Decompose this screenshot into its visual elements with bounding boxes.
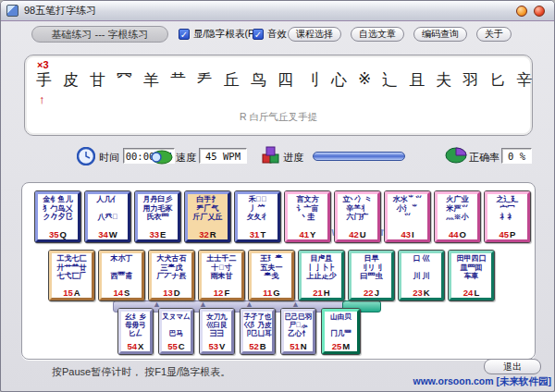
practice-panel: ×3 手皮甘⺳羊龷龵丘鸟四刂心※辶且夫羽匕辛 ↑ R 白斤气丘叉手提 bbox=[24, 55, 533, 136]
key-C: 又ヌマ厶 巴马55C bbox=[158, 308, 194, 355]
practice-char: 夫 bbox=[436, 69, 451, 91]
key-label: 43I bbox=[401, 229, 413, 240]
key-label: 52B bbox=[249, 341, 265, 352]
key-roots: 火广业米严⺍灬※小 bbox=[437, 194, 478, 222]
key-face: 土士千二十𠦂寸雨未甘12F bbox=[201, 253, 242, 299]
key-L: 田甲四囗皿罒囬车車24L bbox=[448, 250, 495, 301]
key-roots: 大犬古石三龶戊厂丆ナ镸 bbox=[151, 253, 192, 281]
key-roots: 口 巛 川 川 bbox=[401, 253, 442, 281]
practice-char: 羊 bbox=[143, 69, 159, 91]
key-face: 口 巛 川 川23K bbox=[401, 253, 442, 299]
progress-bar bbox=[313, 152, 405, 161]
key-label: 24L bbox=[463, 288, 479, 299]
key-face: 大犬古石三龶戊厂丆ナ镸13D bbox=[151, 253, 192, 299]
cursor-arrow-icon: ↑ bbox=[39, 92, 45, 106]
title-bar: 98五笔打字练习 bbox=[1, 1, 554, 21]
key-I: 水氺⺌⺍小氵⺌⺍43I bbox=[384, 190, 431, 243]
checkbox-checked-icon[interactable] bbox=[253, 29, 264, 40]
toolbar-button-1[interactable]: 课程选择 bbox=[288, 27, 341, 42]
key-R: 白手扌龵𠂆气斤厂乂丘32R bbox=[184, 190, 231, 243]
checkbox-checked-icon[interactable] bbox=[179, 29, 190, 40]
key-roots: 木朩丁 西覀甫 bbox=[101, 253, 142, 281]
key-H: 目虍且丨亅卜⺊上止龰少21H bbox=[298, 250, 345, 301]
practice-char: 羽 bbox=[462, 69, 478, 91]
key-N: 已己巳羽尸𡰣⺗乙心忄51N bbox=[280, 308, 316, 355]
toolbar-button-2[interactable]: 自选文章 bbox=[351, 27, 404, 42]
key-W: 人几亻 八癶𣥂34W bbox=[84, 190, 131, 243]
key-label: 44O bbox=[449, 229, 466, 240]
key-roots: 月丹臼彡用力毛豕氏衣⺲ bbox=[137, 194, 179, 222]
key-label: 21H bbox=[313, 288, 329, 299]
practice-char: 甘 bbox=[90, 69, 105, 91]
checkbox-show-roots[interactable]: 显/隐字根表(F1) bbox=[179, 28, 263, 41]
key-roots: 工戈七匚廾艹龷廿七弋匸𠂆 bbox=[51, 253, 92, 281]
key-face: 目虍且丨亅卜⺊上止龰少21H bbox=[301, 253, 342, 299]
progress-label: 进度 bbox=[283, 151, 303, 165]
practice-char: ⺳ bbox=[117, 69, 132, 91]
key-face: 木朩丁 西覀甫14S bbox=[101, 253, 142, 299]
key-face: 金钅鱼儿犭勹鸟㐅ク𠂊夕㔾35Q bbox=[37, 194, 79, 240]
checkbox-sound[interactable]: 音效 bbox=[253, 28, 287, 41]
key-face: 又ヌマ厶 巴马55C bbox=[161, 312, 191, 352]
key-face: 言文方讠亠亩丶圭41Y bbox=[287, 194, 328, 240]
practice-char: 龵 bbox=[197, 69, 213, 91]
time-label: 时间 bbox=[99, 151, 119, 165]
key-roots: 又ヌマ厶 巴马 bbox=[161, 312, 191, 337]
key-roots: 日早刂リ刂曰罒虫 bbox=[351, 253, 392, 281]
key-D: 大犬古石三龶戊厂丆ナ镸13D bbox=[148, 250, 195, 301]
accuracy-value: 0 % bbox=[501, 148, 532, 164]
key-K: 口 巛 川 川23K bbox=[398, 250, 445, 301]
footer-hint: 按Pause暂停计时， 按F1显/隐字根表。 bbox=[52, 365, 230, 379]
toolbar-button-4[interactable]: 关于 bbox=[476, 27, 512, 42]
wubi-keyboard-chart: www.orsoon.com 金钅鱼儿犭勹鸟㐅ク𠂊夕㔾35Q人几亻 八癶𣥂34W… bbox=[21, 182, 536, 360]
mode-label[interactable]: 基础练习 --- 字根练习 bbox=[31, 26, 168, 43]
key-hint: R 白斤气丘叉手提 bbox=[25, 111, 532, 124]
key-A: 工戈七匚廾艹龷廿七弋匸𠂆15A bbox=[48, 250, 95, 301]
key-roots: 田甲四囗皿罒囬车車 bbox=[450, 253, 492, 281]
key-roots: 禾𥝌𠂉丿⺮攵夂彳 bbox=[237, 194, 278, 222]
practice-char: 手 bbox=[36, 69, 52, 91]
key-P: 之辶廴宀冖礻衤45P bbox=[484, 190, 531, 243]
key-face: 水氺⺌⺍小氵⺌⺍43I bbox=[387, 194, 428, 240]
key-label: 13D bbox=[163, 288, 179, 299]
key-S: 木朩丁 西覀甫14S bbox=[98, 250, 145, 301]
practice-char-row: 手皮甘⺳羊龷龵丘鸟四刂心※辶且夫羽匕辛 bbox=[36, 69, 532, 91]
key-roots: 山由贝 冂几⺜ bbox=[324, 312, 358, 337]
key-label: 53V bbox=[209, 341, 226, 352]
key-roots: 子孑了也巜阝乃皮卩㔾凵耳 bbox=[242, 312, 273, 337]
minimize-button[interactable] bbox=[516, 6, 527, 17]
key-face: 田甲四囗皿罒囬车車24L bbox=[450, 253, 492, 299]
key-label: 25M bbox=[332, 341, 351, 352]
key-label: 31T bbox=[250, 229, 265, 240]
key-B: 子孑了也巜阝乃皮卩㔾凵耳52B bbox=[240, 308, 276, 355]
toolbar-button-3[interactable]: 编码查询 bbox=[413, 27, 467, 42]
exit-button[interactable]: 退出 bbox=[484, 359, 541, 374]
practice-char: 心 bbox=[331, 69, 347, 91]
practice-char: 皮 bbox=[63, 69, 79, 91]
key-O: 火广业米严⺍灬※小44O bbox=[434, 190, 481, 243]
key-label: 55C bbox=[167, 341, 184, 352]
key-roots: 目虍且丨亅卜⺊上止龰少 bbox=[301, 253, 342, 281]
key-label: 42U bbox=[349, 229, 365, 240]
key-label: 11G bbox=[263, 288, 279, 299]
practice-char: 鸟 bbox=[251, 69, 266, 91]
key-label: 41Y bbox=[300, 229, 316, 240]
speed-label: 速度 bbox=[176, 151, 196, 165]
close-button[interactable] bbox=[534, 6, 545, 17]
key-label: 34W bbox=[98, 229, 117, 240]
key-face: 火广业米严⺍灬※小44O bbox=[437, 194, 478, 240]
key-roots: 白手扌龵𠂆气斤厂乂丘 bbox=[187, 194, 228, 222]
practice-char: 刂 bbox=[304, 69, 320, 91]
key-U: 立丷冫⺀辛⺷丬六门疒42U bbox=[334, 190, 381, 243]
practice-char: 辛 bbox=[516, 69, 532, 91]
key-face: 子孑了也巜阝乃皮卩㔾凵耳52B bbox=[242, 312, 273, 352]
key-T: 禾𥝌𠂉丿⺮攵夂彳31T bbox=[234, 190, 281, 243]
clock-icon bbox=[77, 147, 95, 165]
key-label: 35Q bbox=[49, 229, 67, 240]
practice-char: 龷 bbox=[170, 69, 186, 91]
key-roots: 已己巳羽尸𡰣⺗乙心忄 bbox=[283, 312, 314, 337]
key-roots: 女刀九巛臼艮彐⺕ bbox=[202, 312, 232, 337]
toolbar-buttons: 课程选择自选文章编码查询关于 bbox=[288, 27, 512, 42]
key-face: 白手扌龵𠂆气斤厂乂丘32R bbox=[187, 194, 228, 240]
practice-char: ※ bbox=[358, 69, 371, 91]
